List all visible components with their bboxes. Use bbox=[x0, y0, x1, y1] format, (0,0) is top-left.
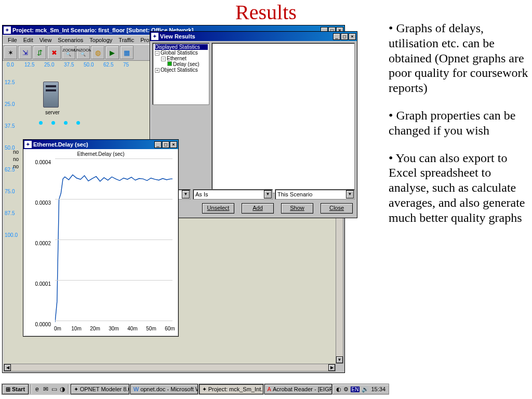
tool-run-icon[interactable]: ▶ bbox=[105, 46, 119, 59]
tool-tree-icon[interactable]: ⇵ bbox=[33, 46, 46, 59]
chart-title: Ethernet.Delay (sec) bbox=[24, 151, 178, 157]
ql-channel-icon[interactable]: ◑ bbox=[58, 384, 66, 394]
view-results-title: View Results bbox=[160, 33, 333, 39]
scroll-left-icon[interactable]: ◀ bbox=[4, 364, 11, 371]
menu-traffic[interactable]: Traffic bbox=[115, 36, 137, 44]
xtick: 60m bbox=[163, 326, 177, 331]
windows-taskbar: ⊞ Start e ✉ ▭ ◑ ✦OPNET Modeler 8.0 Wopne… bbox=[1, 382, 389, 395]
add-button[interactable]: Add bbox=[242, 203, 274, 214]
node-dot[interactable] bbox=[39, 121, 43, 125]
canvas-scrollbar-h[interactable]: ◀ ▶ bbox=[4, 364, 336, 371]
menu-file[interactable]: File bbox=[5, 36, 20, 44]
ytick: 0.0000 bbox=[23, 322, 51, 327]
menu-edit[interactable]: Edit bbox=[20, 36, 36, 44]
tool-unzoom-icon[interactable]: UNZOOM🔍 bbox=[76, 46, 90, 59]
tree-expand-icon[interactable]: − bbox=[155, 51, 159, 56]
node-dot[interactable] bbox=[64, 121, 68, 125]
tray-icon[interactable]: ◐ bbox=[336, 386, 341, 393]
ql-desktop-icon[interactable]: ▭ bbox=[50, 384, 58, 394]
ethernet-delay-window: ✦ Ethernet.Delay (sec) _ □ × Ethernet.De… bbox=[23, 139, 179, 337]
select-scope[interactable]: This Scenario ▼ bbox=[275, 189, 355, 200]
tree-check-icon[interactable] bbox=[167, 61, 172, 66]
ruler-x-6: 75 bbox=[123, 62, 129, 68]
ruler-y-1: 25.0 bbox=[5, 101, 15, 107]
close-button[interactable]: × bbox=[170, 141, 177, 148]
tray-lang[interactable]: EN bbox=[351, 387, 360, 392]
min-button[interactable]: _ bbox=[333, 33, 340, 40]
tree-root[interactable]: Displayed Statistics bbox=[155, 44, 208, 50]
server-node-icon[interactable] bbox=[43, 82, 59, 108]
unselect-button[interactable]: Unselect bbox=[202, 203, 234, 214]
chevron-down-icon[interactable]: ▼ bbox=[346, 190, 354, 198]
tree-delay[interactable]: Delay (sec) bbox=[173, 61, 200, 67]
task-opnet[interactable]: ✦OPNET Modeler 8.0 bbox=[71, 384, 129, 394]
max-button[interactable]: □ bbox=[162, 141, 169, 148]
opnet-app-icon: ✦ bbox=[4, 26, 11, 34]
result-preview-panel bbox=[211, 43, 355, 193]
taskbar-sep bbox=[68, 384, 69, 394]
node-label: no bbox=[13, 149, 19, 155]
tool-palette-icon[interactable]: ◍ bbox=[91, 46, 104, 59]
ytick: 0.0003 bbox=[23, 200, 51, 206]
node-label: no bbox=[13, 164, 19, 169]
min-button[interactable]: _ bbox=[154, 141, 162, 148]
ruler-x-5: 62.5 bbox=[103, 62, 113, 68]
app-icon: ✦ bbox=[74, 386, 78, 393]
menu-scenarios[interactable]: Scenarios bbox=[55, 36, 86, 44]
start-button[interactable]: ⊞ Start bbox=[2, 384, 29, 394]
close-button[interactable]: Close bbox=[321, 203, 353, 214]
max-button[interactable]: □ bbox=[341, 33, 348, 40]
ruler-y-7: 100.0 bbox=[5, 232, 18, 238]
ruler-x-0: 0.0 bbox=[7, 62, 14, 68]
app-icon: W bbox=[134, 386, 139, 392]
tool-zoom-icon[interactable]: ZOOM🔍 bbox=[62, 46, 75, 59]
taskbar-sep bbox=[31, 384, 32, 394]
app-icon: ✦ bbox=[202, 386, 207, 393]
menu-view[interactable]: View bbox=[36, 36, 55, 44]
xtick: 10m bbox=[70, 326, 83, 331]
node-dot[interactable] bbox=[76, 121, 80, 125]
bullet-1: • Graphs of delays, utilisation etc. can… bbox=[389, 21, 529, 96]
tree-expand-icon[interactable]: − bbox=[161, 57, 166, 61]
task-word[interactable]: Wopnet.doc - Microsoft Word bbox=[130, 384, 198, 394]
bullet-3: • You can also export to Excel spreadshe… bbox=[389, 151, 529, 225]
show-button[interactable]: Show bbox=[281, 203, 313, 214]
task-project[interactable]: ✦Project: mck_Sm_Int... bbox=[199, 384, 263, 394]
delay-titlebar[interactable]: ✦ Ethernet.Delay (sec) _ □ × bbox=[23, 140, 178, 149]
chevron-down-icon[interactable]: ▼ bbox=[182, 190, 190, 198]
tool-new-icon[interactable]: ✶ bbox=[4, 46, 17, 59]
ruler-y-0: 12.5 bbox=[5, 79, 15, 85]
scroll-down-icon[interactable]: ▼ bbox=[336, 356, 343, 363]
slide-annotations: • Graphs of delays, utilisation etc. can… bbox=[389, 21, 529, 238]
xtick: 40m bbox=[126, 326, 139, 331]
select-display-mode[interactable]: As Is ▼ bbox=[193, 189, 273, 200]
tree-ethernet[interactable]: Ethernet bbox=[167, 56, 187, 61]
tool-graph-icon[interactable]: ✖ bbox=[47, 46, 61, 59]
scroll-right-icon[interactable]: ▶ bbox=[328, 364, 335, 371]
ruler-x-3: 37.5 bbox=[64, 62, 74, 68]
chart-plot-area bbox=[55, 158, 172, 322]
tree-global[interactable]: Global Statistics bbox=[161, 50, 198, 56]
tray-vol-icon[interactable]: 🔊 bbox=[362, 386, 369, 393]
opnet-app-icon: ✦ bbox=[24, 141, 32, 148]
server-label: server bbox=[45, 110, 60, 115]
node-dot[interactable] bbox=[51, 121, 55, 125]
tool-open-icon[interactable]: ⇲ bbox=[18, 46, 32, 59]
tree-object[interactable]: Object Statistics bbox=[161, 67, 198, 73]
view-results-selectors: d ▼ As Is ▼ This Scenario ▼ bbox=[152, 189, 355, 200]
tool-window-icon[interactable]: ▦ bbox=[120, 46, 134, 59]
task-acrobat[interactable]: AAcrobat Reader - [EIGRP... bbox=[264, 384, 332, 394]
view-results-titlebar[interactable]: ✦ View Results _ □ × bbox=[150, 32, 357, 41]
system-tray: ◐ ⚙ EN 🔊 15:34 bbox=[332, 384, 389, 394]
close-button[interactable]: × bbox=[349, 33, 356, 40]
tree-expand-icon[interactable]: + bbox=[155, 68, 159, 73]
ruler-y-6: 87.5 bbox=[5, 210, 15, 216]
node-label: no bbox=[13, 156, 19, 162]
stats-tree[interactable]: Displayed Statistics −Global Statistics … bbox=[152, 43, 209, 105]
chevron-down-icon[interactable]: ▼ bbox=[264, 190, 272, 198]
ql-oe-icon[interactable]: ✉ bbox=[41, 384, 49, 394]
tray-icon[interactable]: ⚙ bbox=[343, 386, 349, 393]
ql-ie-icon[interactable]: e bbox=[33, 384, 41, 394]
xtick: 30m bbox=[107, 326, 121, 331]
menu-topology[interactable]: Topology bbox=[86, 36, 115, 44]
